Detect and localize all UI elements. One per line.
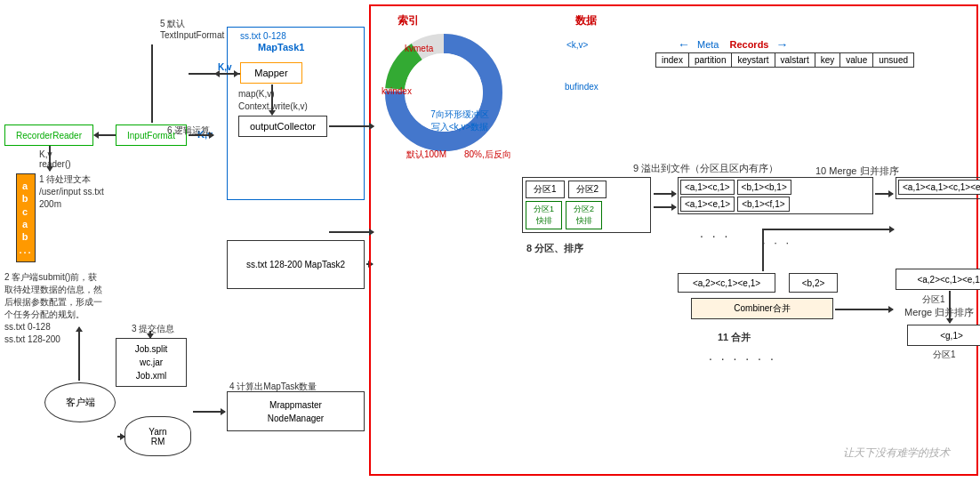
arrow-overflow-merge	[875, 193, 893, 195]
dots-middle: · · ·	[700, 229, 730, 243]
meta-left-arrow: ←	[678, 37, 690, 52]
kvindex-label: kvindex	[382, 86, 412, 96]
abcab-label: a b c a b ...	[17, 180, 35, 256]
arrow-combiner-h	[762, 229, 894, 230]
map-context-label: map(K,v)Context.write(k,v)	[238, 88, 308, 113]
arrow-if-up	[151, 44, 153, 123]
partition2-quick-cell: 分区2快排	[566, 201, 602, 229]
result-a2c1e1: <a,2><c,1><e,1>	[896, 269, 980, 290]
output-collector-box: outputCollector	[238, 116, 327, 137]
step7-label: 7向环形缓冲区写入<k,v>数据	[424, 108, 495, 133]
watermark: 让天下没有难学的技术	[843, 446, 950, 461]
bufindex-label: bufindex	[565, 82, 598, 92]
kv-reader-label: K,vreader()	[39, 149, 71, 169]
file-content-bar: a b c a b ...	[16, 173, 36, 262]
col-key: key	[815, 53, 840, 68]
col-value: value	[840, 53, 873, 68]
arrow-client-yarn	[117, 436, 125, 438]
arrow-to-maptask	[189, 73, 238, 75]
dots-bottom: · · · · · ·	[709, 351, 776, 366]
step10-label: 10 Merge 归并排序	[815, 165, 899, 178]
kvmeta-label: kvmeta	[405, 44, 433, 53]
arrow-yarn-mrapp	[193, 411, 225, 413]
data-a1e1: <a,1><e,1>	[680, 197, 735, 212]
arrow-client-step2	[78, 327, 80, 381]
b2-box: <b,2>	[789, 273, 838, 293]
records-right-arrow: →	[776, 37, 789, 52]
partition1-quick-cell: 分区1快排	[526, 201, 562, 229]
merge2-label: Merge 归并排序	[904, 306, 974, 319]
partition2-cell: 分区2	[568, 181, 607, 198]
arrow-mapper-oc	[271, 84, 273, 115]
partition-box-top: 分区1 分区2 分区1快排 分区2快排	[522, 177, 651, 233]
arrow-if-to-rr	[94, 134, 116, 136]
job-split-box: Job.splitwc.jarJob.xml	[116, 338, 187, 387]
fq3-label: 分区1	[933, 349, 956, 361]
dots-overflow: · · ·	[762, 236, 791, 249]
maptask2-box: ss.txt 128-200 MapTask2	[227, 240, 365, 289]
percent80-label: 80%,后反向	[464, 149, 511, 161]
arrow-partition-right	[654, 193, 676, 195]
col-index: index	[656, 53, 689, 68]
col-partition: partition	[688, 53, 732, 68]
mapper-box: Mapper	[240, 62, 302, 84]
step2-label: 2 客户端submit()前，获取待处理数据的信息，然后根据参数配置，形成一个任…	[4, 271, 138, 346]
overflow-data-box: <a,1><c,1> <b,1><b,1> <a,1><e,1> <b,1><f…	[678, 177, 873, 214]
arrow-combiner-right	[835, 309, 893, 310]
meta-records-table: index partition keystart valstart key va…	[655, 52, 914, 68]
step8-label: 8 分区、排序	[526, 242, 583, 255]
step9-label: 9 溢出到文件（分区且区内有序）	[633, 162, 778, 175]
maptask1-name: MapTask1	[258, 42, 304, 52]
recorder-reader-box: RecorderReader	[4, 125, 93, 146]
arrow-oc-to-right	[329, 125, 374, 127]
mrapp-box: MrappmasterNodeManager	[227, 391, 365, 431]
arrow-rr-down	[49, 146, 51, 171]
index-label: 索引	[398, 13, 419, 28]
meta-label: Meta	[697, 39, 719, 50]
yarn-cloud: YarnRM	[125, 416, 191, 456]
records-label: Records	[729, 39, 768, 50]
merge-a1a1c1e1: <a,1><a,1><c,1><e,1>	[898, 180, 980, 195]
arrow-step3	[149, 331, 151, 338]
step5-label: 5 默认TextInputFormat	[160, 18, 224, 40]
maptask1-title: ss.txt 0-128	[240, 31, 286, 41]
maptask1-box	[227, 27, 365, 200]
arrow-result-down	[949, 291, 951, 323]
a2c1-box: <a,2><c,1><e,1>	[678, 273, 775, 293]
combiner-box: Combiner合并	[691, 298, 833, 319]
right-section: 索引 数据 kvmeta kvindex <k,v> bufindex 7向环形…	[369, 4, 978, 476]
step6-label: 6 逻辑运算	[167, 125, 210, 137]
kv2-label: K,v	[218, 62, 232, 72]
diagram: a b c a b ... 1 待处理文本 /user/input ss.txt…	[0, 0, 980, 482]
data-a1c1: <a,1><c,1>	[680, 180, 735, 195]
col-keystart: keystart	[732, 53, 775, 68]
partition1-cell: 分区1	[526, 181, 565, 198]
data-label: 数据	[575, 13, 597, 28]
arrow-part-overflow1	[654, 206, 676, 208]
col-unsued: unsued	[873, 53, 914, 68]
default100m-label: 默认100M	[406, 149, 446, 161]
step4-label: 4 计算出MapTask数量	[229, 381, 317, 393]
kv-data-label: <k,v>	[566, 40, 588, 50]
client-cloud: 客户端	[44, 382, 116, 422]
step11-label: 11 合并	[718, 331, 751, 344]
g1-box: <g,1>	[907, 325, 980, 346]
step1-label: 1 待处理文本 /user/input ss.txt 200m	[39, 173, 115, 211]
fq1-label: 分区1	[922, 293, 945, 306]
data-b1f1: <b,1><f,1>	[737, 197, 789, 212]
col-valstart: valstart	[775, 53, 815, 68]
arrow-mt1-partition	[329, 231, 374, 233]
data-b1b1: <b,1><b,1>	[737, 180, 791, 195]
merge-box-top: <a,1><a,1><c,1><e,1> <b,1><b,1><b,1><f,1…	[896, 177, 980, 199]
